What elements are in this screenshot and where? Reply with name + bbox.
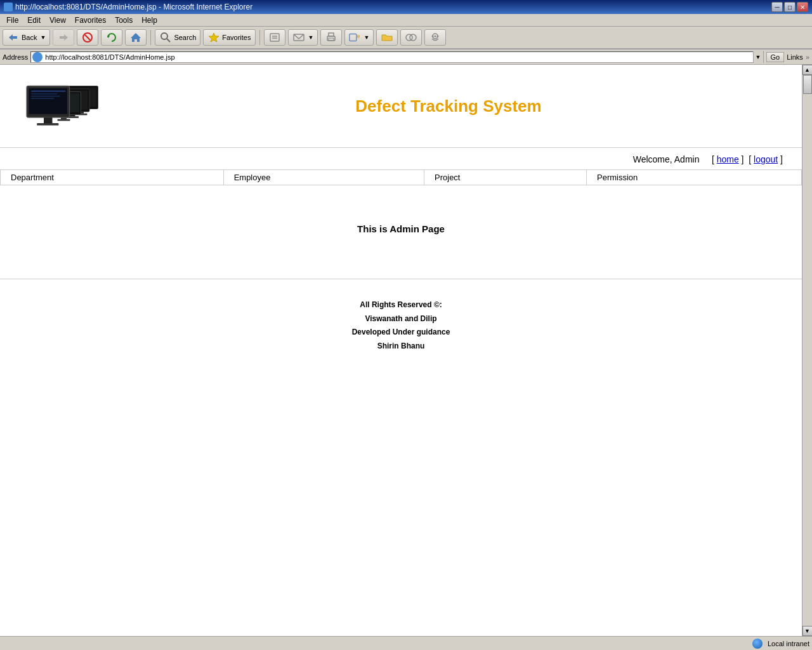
history-button[interactable]: [264, 29, 285, 46]
menu-help[interactable]: Help: [138, 15, 161, 25]
svg-rect-45: [31, 98, 54, 98]
home-icon: [129, 31, 142, 44]
footer-divider: [0, 279, 802, 279]
nav-permission[interactable]: Permission: [586, 170, 801, 185]
svg-point-21: [410, 34, 416, 41]
mail-button[interactable]: ▼: [288, 29, 318, 46]
favorites-icon: [207, 31, 220, 44]
folder-icon: [381, 31, 393, 44]
home-link[interactable]: home: [717, 154, 739, 164]
address-dropdown-button[interactable]: ▼: [753, 51, 763, 63]
refresh-icon: [105, 31, 118, 44]
footer-line4: Shirin Bhanu: [13, 340, 789, 354]
address-input[interactable]: [44, 53, 752, 61]
address-bar: Address ▼ Go Links »: [0, 50, 812, 65]
edit-button[interactable]: e ▼: [344, 29, 374, 46]
nav-project[interactable]: Project: [424, 170, 587, 185]
status-bar: Local intranet: [0, 636, 812, 650]
back-label: Back: [22, 34, 37, 41]
page-content: Defect Tracking System Welcome, Admin [ …: [0, 65, 802, 636]
scroll-thumb[interactable]: [803, 75, 812, 94]
footer-line1: All Rights Reserved ©:: [13, 298, 789, 312]
svg-point-25: [437, 36, 439, 37]
back-button[interactable]: Back ▼: [3, 29, 50, 46]
status-zone: Local intranet: [768, 640, 809, 647]
back-icon: [7, 31, 20, 44]
stop-icon: [81, 31, 94, 44]
svg-rect-43: [31, 93, 56, 94]
logout-link[interactable]: logout: [754, 154, 778, 164]
edit-icon: e: [349, 31, 362, 44]
print-button[interactable]: [320, 29, 342, 46]
svg-rect-16: [329, 33, 334, 36]
svg-rect-37: [58, 119, 70, 121]
messenger-icon: [429, 31, 442, 44]
search-label: Search: [174, 34, 196, 41]
address-input-wrap: ▼: [30, 51, 763, 63]
links-expand-icon[interactable]: »: [806, 53, 809, 61]
favorites-label: Favorites: [222, 34, 251, 41]
menu-tools[interactable]: Tools: [111, 15, 136, 25]
footer-line2: Viswanath and Dilip: [13, 312, 789, 326]
svg-point-24: [432, 36, 434, 37]
messenger-button[interactable]: [424, 29, 446, 46]
monitors-image: [19, 77, 114, 135]
links-button[interactable]: Links: [787, 53, 803, 61]
menu-edit[interactable]: Edit: [23, 15, 44, 25]
browser-body: Defect Tracking System Welcome, Admin [ …: [0, 65, 812, 636]
nav-department[interactable]: Department: [1, 170, 224, 185]
admin-page-text: This is Admin Page: [357, 223, 445, 234]
back-dropdown-icon[interactable]: ▼: [40, 34, 46, 41]
svg-rect-42: [31, 91, 65, 92]
menu-favorites[interactable]: Favorites: [71, 15, 110, 25]
minimize-button[interactable]: ─: [771, 2, 783, 12]
svg-rect-41: [37, 123, 58, 126]
page-header: Defect Tracking System: [0, 65, 802, 148]
folder-button[interactable]: [376, 29, 398, 46]
search-icon: [159, 31, 172, 44]
svg-line-5: [85, 35, 90, 40]
close-button[interactable]: ✕: [797, 2, 808, 12]
menu-file[interactable]: File: [3, 15, 22, 25]
svg-marker-10: [209, 33, 219, 42]
page-wrapper: Defect Tracking System Welcome, Admin [ …: [0, 65, 802, 446]
forward-icon: [57, 31, 70, 44]
scroll-track[interactable]: [802, 75, 812, 626]
favorites-button[interactable]: Favorites: [203, 29, 255, 46]
status-right: Local intranet: [752, 639, 809, 649]
window-title: http://localhost:8081/DTS/AdminHome.jsp …: [15, 3, 252, 11]
window-icon: [4, 3, 13, 11]
mail-dropdown-icon[interactable]: ▼: [308, 34, 314, 41]
logo-area: [19, 77, 114, 135]
forward-button[interactable]: [53, 29, 74, 46]
status-globe-icon: [752, 639, 763, 649]
search-button[interactable]: Search: [155, 29, 200, 46]
scroll-up-button[interactable]: ▲: [802, 65, 813, 75]
home-button[interactable]: [125, 29, 147, 46]
go-button[interactable]: Go: [766, 52, 785, 62]
history-icon: [268, 31, 281, 44]
restore-button[interactable]: □: [784, 2, 796, 12]
nav-table: Department Employee Project Permission: [0, 169, 802, 185]
svg-text:e: e: [357, 34, 360, 39]
vertical-scrollbar[interactable]: ▲ ▼: [802, 65, 812, 636]
scroll-down-button[interactable]: ▼: [802, 626, 813, 636]
menu-bar: File Edit View Favorites Tools Help: [0, 14, 812, 27]
refresh-button[interactable]: [101, 29, 122, 46]
nav-employee[interactable]: Employee: [223, 170, 424, 185]
main-content: This is Admin Page: [0, 185, 802, 272]
svg-line-9: [167, 39, 170, 42]
menu-view[interactable]: View: [46, 15, 70, 25]
page-footer: All Rights Reserved ©: Viswanath and Dil…: [0, 286, 802, 366]
discuss-button[interactable]: [400, 29, 422, 46]
svg-rect-18: [350, 34, 357, 41]
toolbar: Back ▼: [0, 27, 812, 50]
edit-dropdown-icon[interactable]: ▼: [363, 34, 369, 41]
mail-icon: [292, 31, 305, 44]
stop-button[interactable]: [77, 29, 98, 46]
discuss-icon: [405, 31, 417, 44]
welcome-area: Welcome, Admin [ home ] [ logout ]: [0, 148, 802, 164]
print-icon: [325, 31, 337, 44]
title-bar: http://localhost:8081/DTS/AdminHome.jsp …: [0, 0, 812, 14]
svg-rect-40: [44, 117, 53, 123]
